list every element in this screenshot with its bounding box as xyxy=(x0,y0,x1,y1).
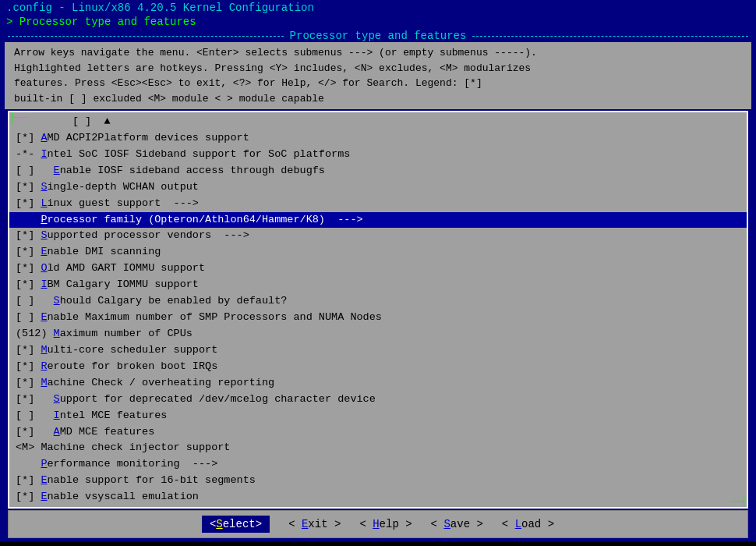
list-item[interactable]: [*] Multi-core scheduler support xyxy=(9,342,747,359)
list-item[interactable]: [*] Single-depth WCHAN output xyxy=(9,179,747,196)
panel-title-line: Processor type and features xyxy=(5,30,751,42)
list-item[interactable]: [ ] Enable IOSF sideband access through … xyxy=(9,163,747,179)
list-item[interactable]: [*] IBM Calgary IOMMU support xyxy=(9,277,747,293)
subtitle-text: > Processor type and features xyxy=(6,16,196,28)
list-item[interactable]: [*] Enable vsyscall emulation xyxy=(9,489,747,505)
list-item[interactable]: [*] Support for deprecated /dev/mcelog c… xyxy=(9,392,747,408)
list-item[interactable]: Performance monitoring ---> xyxy=(9,456,747,473)
list-item[interactable]: [*] Machine Check / overheating reportin… xyxy=(9,375,747,392)
list-item[interactable]: [*] Old AMD GART IOMMU support xyxy=(9,261,747,277)
title-text: .config - Linux/x86 4.20.5 Kernel Config… xyxy=(6,2,314,14)
menu-box: ├── ──┤ [ ] ▲[*] AMD ACPI2Platform devic… xyxy=(8,111,748,509)
help-text-btn: < Help > xyxy=(359,518,412,530)
corner-tl-icon: ├── xyxy=(9,112,26,123)
save-label[interactable]: < Save > xyxy=(431,518,483,530)
exit-label[interactable]: < Exit > xyxy=(288,518,341,530)
help-line-4: built-in [ ] excluded <M> module < > mod… xyxy=(14,91,742,107)
bottom-bar: <Select> < Exit > < Help > < Save > < Lo… xyxy=(8,510,748,538)
title-dash-left xyxy=(8,36,284,37)
very-bottom-bar xyxy=(0,541,756,546)
subtitle-bar: > Processor type and features xyxy=(0,16,756,30)
menu-inner: [ ] ▲[*] AMD ACPI2Platform devices suppo… xyxy=(9,112,747,507)
help-line-2: Highlighted letters are hotkeys. Pressin… xyxy=(14,61,742,76)
list-item[interactable]: (512) Maximum number of CPUs xyxy=(9,326,747,342)
list-item[interactable]: [ ] Enable Maximum number of SMP Process… xyxy=(9,310,747,326)
panel-title: Processor type and features xyxy=(284,30,473,42)
list-item[interactable]: [*] AMD MCE features xyxy=(9,424,747,441)
list-item[interactable]: [*] Enable support for 16-bit segments xyxy=(9,473,747,489)
list-item[interactable]: [*] Reroute for broken boot IRQs xyxy=(9,359,747,375)
help-line-3: features. Press <Esc><Esc> to exit, <?> … xyxy=(14,76,742,91)
title-bar: .config - Linux/x86 4.20.5 Kernel Config… xyxy=(0,0,756,16)
list-item[interactable]: [*] Supported processor vendors ---> xyxy=(9,228,747,244)
bottom-status xyxy=(5,541,10,546)
title-dash-right xyxy=(472,36,748,37)
help-label[interactable]: < Help > xyxy=(359,518,412,530)
list-item[interactable]: [*] Linux guest support ---> xyxy=(9,196,747,212)
select-button[interactable]: <Select> xyxy=(202,516,270,533)
list-item[interactable]: [ ] ▲ xyxy=(9,114,747,130)
exit-text: < Exit > xyxy=(288,518,341,530)
help-line-1: Arrow keys navigate the menu. <Enter> se… xyxy=(14,45,742,61)
list-item[interactable]: [*] AMD ACPI2Platform devices support xyxy=(9,130,747,147)
corner-br-icon: ──┤ xyxy=(730,496,747,507)
help-text: Arrow keys navigate the menu. <Enter> se… xyxy=(5,42,751,109)
save-text: < Save > xyxy=(431,518,483,530)
list-item[interactable]: Processor family (Opteron/Athlon64/Hamme… xyxy=(9,212,747,229)
list-item[interactable]: -*- Intel SoC IOSF Sideband support for … xyxy=(9,147,747,163)
list-item[interactable]: <M> Machine check injector support xyxy=(9,440,747,456)
list-item[interactable]: [ ] Intel MCE features xyxy=(9,408,747,424)
list-item[interactable]: [ ] Should Calgary be enabled by default… xyxy=(9,293,747,310)
list-item[interactable]: [*] Enable DMI scanning xyxy=(9,244,747,261)
main-content: Processor type and features Arrow keys n… xyxy=(5,30,751,541)
load-text: < Load > xyxy=(502,518,554,530)
load-label[interactable]: < Load > xyxy=(502,518,554,530)
